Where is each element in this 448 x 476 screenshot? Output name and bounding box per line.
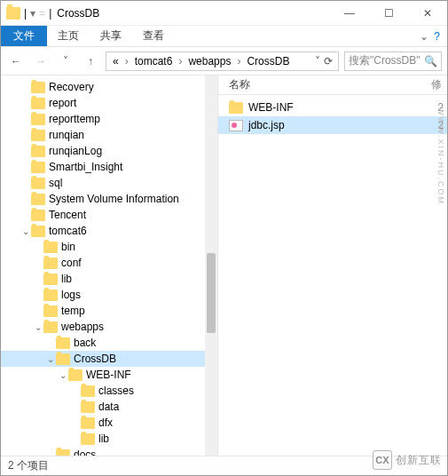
- tree-item[interactable]: lib: [1, 431, 217, 447]
- tree-item-label: data: [98, 401, 119, 413]
- breadcrumb-ellipsis[interactable]: «: [110, 55, 122, 67]
- folder-icon: [43, 321, 58, 333]
- tree-item[interactable]: back: [1, 335, 217, 351]
- file-tab[interactable]: 文件: [1, 26, 47, 46]
- tree-item[interactable]: reporttemp: [1, 111, 217, 127]
- watermark-text: 创新互联: [396, 453, 442, 468]
- folder-icon: [31, 130, 45, 141]
- share-tab[interactable]: 共享: [90, 26, 132, 46]
- tree-item-label: report: [49, 97, 76, 109]
- breadcrumb-seg[interactable]: webapps: [185, 55, 233, 67]
- home-tab[interactable]: 主页: [47, 26, 90, 46]
- folder-icon: [43, 290, 58, 301]
- tree-item[interactable]: ⌄CrossDB: [1, 351, 217, 367]
- chevron-right-icon[interactable]: ›: [123, 55, 130, 67]
- folder-icon: [43, 258, 58, 269]
- tree-item[interactable]: conf: [1, 255, 217, 271]
- tree-item[interactable]: lib: [1, 271, 217, 287]
- tree-item[interactable]: ⌄WEB-INF: [1, 367, 217, 383]
- tree-item[interactable]: runqian: [1, 127, 217, 143]
- tree-item-label: Tencent: [49, 209, 86, 221]
- search-icon[interactable]: 🔍: [424, 55, 437, 67]
- maximize-button[interactable]: ☐: [369, 1, 408, 26]
- tree-item[interactable]: Smartbi_Insight: [1, 159, 217, 175]
- breadcrumb-seg[interactable]: tomcat6: [132, 55, 176, 67]
- folder-icon: [31, 226, 45, 237]
- chevron-right-icon[interactable]: ›: [177, 55, 184, 67]
- tree-item-label: bin: [61, 241, 75, 253]
- expand-icon[interactable]: ⌄: [58, 370, 68, 380]
- column-modified[interactable]: 修: [431, 77, 447, 92]
- qat-dropdown-icon[interactable]: ▾: [30, 7, 35, 20]
- refresh-icon[interactable]: ⟳: [324, 55, 333, 67]
- tree-item[interactable]: Tencent: [1, 207, 217, 223]
- tree-item[interactable]: logs: [1, 287, 217, 303]
- file-row[interactable]: WEB-INF2: [218, 99, 447, 116]
- folder-icon: [31, 210, 45, 221]
- file-name: WEB-INF: [248, 101, 437, 114]
- quick-access-toolbar: | ▾ = |: [6, 7, 51, 20]
- tree-item[interactable]: classes: [1, 383, 217, 399]
- folder-icon: [81, 401, 95, 413]
- title-bar: | ▾ = | CrossDB — ☐ ✕: [1, 1, 447, 26]
- back-button[interactable]: ←: [6, 52, 26, 71]
- tree-item-label: runqian: [49, 129, 84, 141]
- tree-item[interactable]: temp: [1, 303, 217, 319]
- file-name: jdbc.jsp: [248, 119, 437, 131]
- search-input[interactable]: 搜索"CrossDB" 🔍: [344, 52, 442, 71]
- tree-item-label: CrossDB: [74, 353, 116, 365]
- tree-item[interactable]: report: [1, 95, 217, 111]
- tree-item[interactable]: Recovery: [1, 79, 217, 95]
- folder-icon: [31, 194, 45, 205]
- tree-item[interactable]: data: [1, 399, 217, 415]
- tree-item-label: reporttemp: [49, 113, 100, 125]
- window-title: CrossDB: [57, 7, 99, 20]
- watermark-side: WWW.XIN-HU.COM: [436, 107, 445, 205]
- tree-item[interactable]: sql: [1, 175, 217, 191]
- folder-icon: [81, 433, 95, 445]
- folder-icon: [43, 274, 58, 285]
- up-button[interactable]: ↑: [81, 52, 100, 71]
- ribbon-expand-icon[interactable]: ⌄ ?: [413, 26, 447, 46]
- chevron-right-icon[interactable]: ›: [235, 55, 242, 67]
- folder-icon: [56, 353, 70, 365]
- tree-item[interactable]: System Volume Information: [1, 191, 217, 207]
- tree-item[interactable]: dfx: [1, 415, 217, 431]
- tree-item[interactable]: runqianLog: [1, 143, 217, 159]
- tree-item[interactable]: bin: [1, 239, 217, 255]
- recent-locations-button[interactable]: ˅: [56, 52, 75, 71]
- qat-separator2: =: [39, 7, 45, 20]
- folder-icon[interactable]: [6, 7, 20, 20]
- expand-icon[interactable]: ⌄: [33, 322, 43, 332]
- ribbon-tabs: 文件 主页 共享 查看 ⌄ ?: [1, 26, 447, 47]
- view-tab[interactable]: 查看: [132, 26, 175, 46]
- tree-item-label: dfx: [98, 416, 113, 429]
- breadcrumb[interactable]: « › tomcat6 › webapps › CrossDB ˅ ⟳: [106, 52, 339, 71]
- breadcrumb-dropdown-icon[interactable]: ˅: [315, 55, 320, 67]
- expand-icon[interactable]: ⌄: [20, 226, 31, 236]
- folder-icon: [31, 178, 45, 189]
- folder-tree[interactable]: RecoveryreportreporttemprunqianrunqianLo…: [1, 75, 218, 456]
- close-button[interactable]: ✕: [408, 1, 447, 26]
- folder-icon: [31, 114, 45, 125]
- tree-item-label: classes: [98, 385, 134, 397]
- folder-icon: [68, 369, 83, 381]
- jsp-icon: [229, 120, 243, 131]
- qat-separator: |: [24, 7, 27, 20]
- folder-icon: [31, 162, 45, 173]
- tree-item-label: logs: [61, 289, 81, 301]
- tree-scrollbar[interactable]: [205, 75, 217, 456]
- column-name[interactable]: 名称: [229, 77, 431, 92]
- tree-item[interactable]: ⌄tomcat6: [1, 223, 217, 239]
- file-header[interactable]: 名称 修: [218, 75, 447, 95]
- expand-icon[interactable]: ⌄: [45, 354, 56, 364]
- scrollbar-thumb[interactable]: [207, 253, 216, 333]
- breadcrumb-seg[interactable]: CrossDB: [244, 55, 292, 67]
- file-row[interactable]: jdbc.jsp2: [218, 116, 447, 134]
- tree-item[interactable]: docs: [1, 447, 217, 456]
- tree-item[interactable]: ⌄webapps: [1, 319, 217, 335]
- folder-icon: [81, 417, 95, 429]
- minimize-button[interactable]: —: [330, 1, 369, 26]
- folder-icon: [31, 82, 45, 93]
- forward-button[interactable]: →: [31, 52, 51, 71]
